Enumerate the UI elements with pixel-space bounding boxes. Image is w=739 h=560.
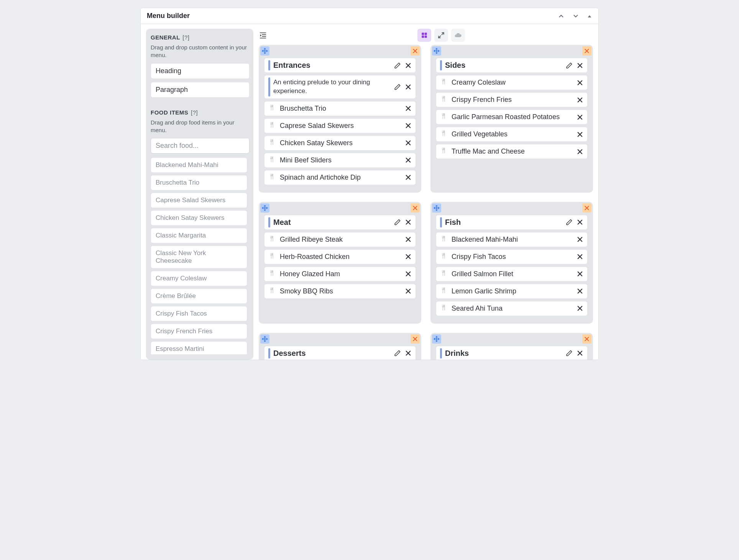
draggable-heading[interactable]: Heading bbox=[151, 63, 250, 79]
category-title-row[interactable]: Meat bbox=[264, 215, 416, 230]
close-icon[interactable] bbox=[576, 305, 583, 312]
edit-icon[interactable] bbox=[566, 219, 573, 226]
category-item-row[interactable]: Blackened Mahi-Mahi bbox=[436, 232, 588, 247]
category-item-row[interactable]: Mini Beef Sliders bbox=[264, 153, 416, 168]
cloud-save-button[interactable] bbox=[451, 29, 465, 42]
category-item-row[interactable]: Bruschetta Trio bbox=[264, 101, 416, 116]
search-input[interactable] bbox=[151, 138, 250, 154]
close-icon[interactable] bbox=[576, 270, 583, 277]
category-item-row[interactable]: Garlic Parmesan Roasted Potatoes bbox=[436, 110, 588, 124]
edit-icon[interactable] bbox=[394, 62, 401, 69]
remove-category-button[interactable] bbox=[582, 203, 591, 213]
close-icon[interactable] bbox=[405, 174, 412, 181]
category-item-row[interactable]: Creamy Coleslaw bbox=[436, 75, 588, 90]
drag-bar[interactable] bbox=[268, 217, 270, 228]
food-item[interactable]: Classic Margarita bbox=[151, 228, 247, 243]
move-handle-icon[interactable] bbox=[432, 203, 441, 213]
food-items-list[interactable]: Blackened Mahi-MahiBruschetta TrioCapres… bbox=[151, 157, 250, 354]
category-item-row[interactable]: Crispy French Fries bbox=[436, 92, 588, 107]
category-item-row[interactable]: Truffle Mac and Cheese bbox=[436, 144, 588, 159]
remove-category-button[interactable] bbox=[582, 46, 591, 56]
edit-icon[interactable] bbox=[394, 84, 401, 90]
drag-bar[interactable] bbox=[440, 60, 442, 70]
edit-icon[interactable] bbox=[566, 62, 573, 69]
close-icon[interactable] bbox=[405, 270, 412, 277]
remove-category-button[interactable] bbox=[411, 334, 420, 344]
move-handle-icon[interactable] bbox=[260, 46, 269, 56]
category-item-row[interactable]: Seared Ahi Tuna bbox=[436, 301, 588, 316]
category-item-row[interactable]: Grilled Salmon Fillet bbox=[436, 267, 588, 282]
food-item[interactable]: Caprese Salad Skewers bbox=[151, 193, 247, 208]
food-item[interactable]: Creamy Coleslaw bbox=[151, 271, 247, 286]
close-icon[interactable] bbox=[405, 105, 412, 112]
draggable-paragraph[interactable]: Paragraph bbox=[151, 82, 250, 98]
food-item[interactable]: Blackened Mahi-Mahi bbox=[151, 157, 247, 173]
edit-icon[interactable] bbox=[566, 350, 573, 357]
remove-category-button[interactable] bbox=[582, 334, 591, 344]
close-icon[interactable] bbox=[405, 219, 412, 226]
move-handle-icon[interactable] bbox=[260, 334, 269, 344]
help-icon[interactable]: [?] bbox=[191, 109, 198, 116]
collapse-toggle-icon[interactable] bbox=[587, 13, 592, 20]
category-desc-row[interactable]: An enticing prelude to your dining exper… bbox=[264, 75, 416, 99]
grid-view-button[interactable] bbox=[417, 29, 431, 42]
close-icon[interactable] bbox=[576, 62, 583, 69]
close-icon[interactable] bbox=[576, 148, 583, 155]
food-item[interactable]: Crispy French Fries bbox=[151, 324, 247, 339]
remove-category-button[interactable] bbox=[411, 203, 420, 213]
chevron-up-icon[interactable] bbox=[558, 13, 565, 20]
category-item-row[interactable]: Crispy Fish Tacos bbox=[436, 249, 588, 264]
indent-icon[interactable] bbox=[259, 31, 267, 39]
close-icon[interactable] bbox=[576, 350, 583, 357]
drag-bar[interactable] bbox=[268, 348, 270, 359]
close-icon[interactable] bbox=[576, 97, 583, 103]
category-item-row[interactable]: Grilled Vegetables bbox=[436, 127, 588, 142]
drag-bar[interactable] bbox=[440, 217, 442, 228]
category-item-row[interactable]: Spinach and Artichoke Dip bbox=[264, 170, 416, 185]
category-title-row[interactable]: Sides bbox=[436, 58, 588, 73]
close-icon[interactable] bbox=[405, 139, 412, 146]
drag-bar[interactable] bbox=[268, 77, 270, 97]
food-item[interactable]: Crème Brûlée bbox=[151, 288, 247, 304]
close-icon[interactable] bbox=[405, 157, 412, 164]
category-item-row[interactable]: Chicken Satay Skewers bbox=[264, 136, 416, 151]
food-item[interactable]: Chicken Satay Skewers bbox=[151, 210, 247, 226]
close-icon[interactable] bbox=[405, 288, 412, 295]
category-title-row[interactable]: Desserts bbox=[264, 346, 416, 360]
category-item-row[interactable]: Herb-Roasted Chicken bbox=[264, 249, 416, 264]
category-item-row[interactable]: Grilled Ribeye Steak bbox=[264, 232, 416, 247]
close-icon[interactable] bbox=[576, 79, 583, 86]
close-icon[interactable] bbox=[405, 236, 412, 243]
category-item-row[interactable]: Honey Glazed Ham bbox=[264, 267, 416, 282]
expand-button[interactable] bbox=[434, 29, 448, 42]
food-item[interactable]: Classic New York Cheesecake bbox=[151, 246, 247, 269]
food-item[interactable]: Crispy Fish Tacos bbox=[151, 306, 247, 321]
close-icon[interactable] bbox=[576, 288, 583, 295]
drag-bar[interactable] bbox=[440, 348, 442, 359]
category-item-row[interactable]: Lemon Garlic Shrimp bbox=[436, 284, 588, 299]
close-icon[interactable] bbox=[405, 62, 412, 69]
close-icon[interactable] bbox=[576, 236, 583, 243]
move-handle-icon[interactable] bbox=[432, 46, 441, 56]
close-icon[interactable] bbox=[405, 350, 412, 357]
edit-icon[interactable] bbox=[394, 219, 401, 226]
remove-category-button[interactable] bbox=[411, 46, 420, 56]
category-item-row[interactable]: Caprese Salad Skewers bbox=[264, 118, 416, 133]
drag-bar[interactable] bbox=[268, 60, 270, 70]
close-icon[interactable] bbox=[405, 253, 412, 260]
close-icon[interactable] bbox=[405, 84, 412, 90]
category-item-row[interactable]: Smoky BBQ Ribs bbox=[264, 284, 416, 299]
close-icon[interactable] bbox=[576, 114, 583, 121]
food-item[interactable]: Bruschetta Trio bbox=[151, 175, 247, 190]
chevron-down-icon[interactable] bbox=[572, 13, 579, 20]
category-title-row[interactable]: Drinks bbox=[436, 346, 588, 360]
food-item[interactable]: Espresso Martini bbox=[151, 341, 247, 354]
category-title-row[interactable]: Fish bbox=[436, 215, 588, 230]
close-icon[interactable] bbox=[576, 253, 583, 260]
category-title-row[interactable]: Entrances bbox=[264, 58, 416, 73]
close-icon[interactable] bbox=[576, 131, 583, 138]
move-handle-icon[interactable] bbox=[432, 334, 441, 344]
edit-icon[interactable] bbox=[394, 350, 401, 357]
close-icon[interactable] bbox=[405, 122, 412, 129]
help-icon[interactable]: [?] bbox=[182, 34, 189, 41]
